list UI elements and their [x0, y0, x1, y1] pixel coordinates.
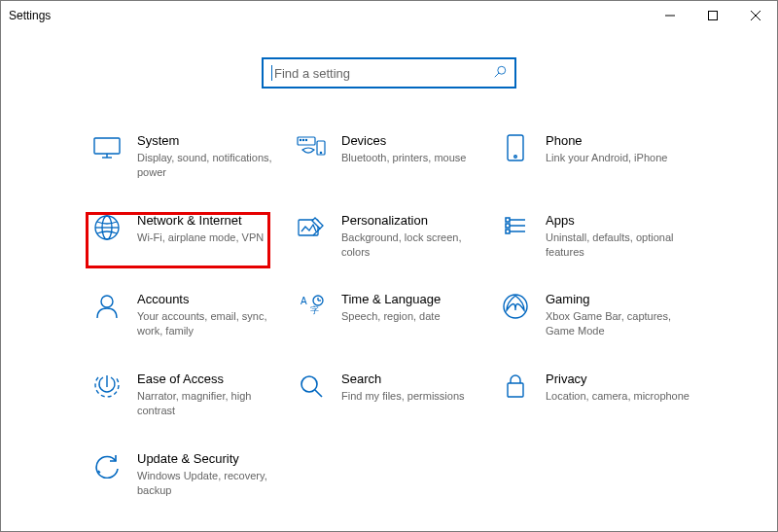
close-icon	[751, 11, 760, 20]
tile-accounts[interactable]: Accounts Your accounts, email, sync, wor…	[92, 292, 297, 338]
svg-point-35	[301, 376, 317, 392]
accounts-icon	[92, 292, 122, 321]
tile-title: Personalization	[341, 213, 487, 228]
close-button[interactable]	[734, 1, 777, 29]
tile-devices[interactable]: Devices Bluetooth, printers, mouse	[297, 133, 501, 180]
maximize-button[interactable]	[691, 1, 734, 29]
tile-desc: Uninstall, defaults, optional features	[546, 231, 691, 260]
svg-point-27	[101, 296, 113, 307]
tile-title: Ease of Access	[137, 372, 283, 386]
personalization-icon	[297, 213, 326, 242]
tile-ease[interactable]: Ease of Access Narrator, magnifier, high…	[92, 372, 297, 418]
search-tile-icon	[297, 372, 326, 401]
tile-title: Apps	[546, 213, 691, 228]
tile-title: Devices	[341, 133, 466, 148]
search-input[interactable]: Find a setting	[262, 57, 516, 89]
svg-text:字: 字	[310, 305, 319, 315]
svg-point-12	[305, 139, 306, 140]
search-placeholder: Find a setting	[274, 66, 493, 81]
gaming-icon	[501, 292, 530, 321]
phone-icon	[501, 133, 530, 162]
highlight-box	[86, 212, 270, 268]
text-cursor	[271, 65, 272, 81]
tile-desc: Bluetooth, printers, mouse	[341, 151, 466, 165]
svg-line-36	[315, 390, 322, 397]
tile-time[interactable]: A 字 Time & Language Speech, region, date	[297, 292, 501, 338]
tile-desc: Background, lock screen, colors	[341, 231, 487, 260]
svg-rect-37	[508, 383, 523, 397]
tile-desc: Your accounts, email, sync, work, family	[137, 309, 283, 338]
tile-desc: Find my files, permissions	[341, 389, 465, 404]
tile-search[interactable]: Search Find my files, permissions	[297, 372, 501, 418]
system-icon	[92, 133, 122, 162]
svg-text:A: A	[301, 296, 307, 306]
svg-rect-26	[506, 230, 510, 233]
ease-icon	[92, 372, 122, 401]
tile-desc: Windows Update, recovery, backup	[137, 469, 283, 498]
tile-title: Update & Security	[137, 451, 283, 466]
tile-desc: Xbox Game Bar, captures, Game Mode	[546, 309, 691, 338]
tile-desc: Narrator, magnifier, high contrast	[137, 389, 283, 418]
svg-rect-24	[506, 218, 510, 222]
svg-point-16	[514, 156, 517, 159]
settings-window: Settings Find a setting	[0, 0, 778, 532]
tile-title: Gaming	[546, 292, 691, 306]
tile-title: Accounts	[137, 292, 283, 306]
svg-point-14	[320, 152, 321, 153]
tile-personalization[interactable]: Personalization Background, lock screen,…	[297, 213, 501, 260]
tile-desc: Location, camera, microphone	[546, 389, 690, 404]
svg-rect-25	[506, 224, 510, 228]
update-icon	[92, 451, 122, 480]
tile-phone[interactable]: Phone Link your Android, iPhone	[501, 133, 705, 180]
tile-desc: Link your Android, iPhone	[546, 151, 667, 165]
settings-grid: System Display, sound, notifications, po…	[1, 89, 777, 497]
titlebar: Settings	[1, 1, 777, 30]
maximize-icon	[708, 11, 718, 20]
apps-icon	[501, 213, 530, 242]
tile-system[interactable]: System Display, sound, notifications, po…	[92, 133, 297, 180]
tile-title: Phone	[546, 133, 667, 148]
minimize-icon	[665, 11, 675, 20]
window-controls	[649, 1, 777, 29]
svg-point-10	[300, 139, 301, 140]
svg-line-5	[495, 72, 499, 76]
tile-update[interactable]: Update & Security Windows Update, recove…	[92, 451, 297, 498]
tile-title: Search	[341, 372, 465, 386]
svg-rect-15	[508, 135, 523, 160]
tile-privacy[interactable]: Privacy Location, camera, microphone	[501, 372, 705, 418]
tile-title: System	[137, 133, 283, 148]
search-icon	[493, 65, 507, 82]
time-icon: A 字	[297, 292, 326, 321]
tile-desc: Speech, region, date	[341, 309, 441, 324]
tile-desc: Display, sound, notifications, power	[137, 151, 283, 180]
search-container: Find a setting	[1, 57, 777, 89]
svg-rect-6	[94, 138, 120, 154]
minimize-button[interactable]	[649, 1, 691, 29]
tile-gaming[interactable]: Gaming Xbox Game Bar, captures, Game Mod…	[501, 292, 705, 338]
tile-apps[interactable]: Apps Uninstall, defaults, optional featu…	[501, 213, 705, 260]
devices-icon	[297, 133, 326, 162]
tile-title: Privacy	[546, 372, 690, 386]
window-title: Settings	[9, 9, 51, 22]
svg-rect-1	[709, 11, 718, 19]
privacy-icon	[501, 372, 530, 401]
svg-point-11	[302, 139, 303, 140]
tile-title: Time & Language	[341, 292, 441, 306]
